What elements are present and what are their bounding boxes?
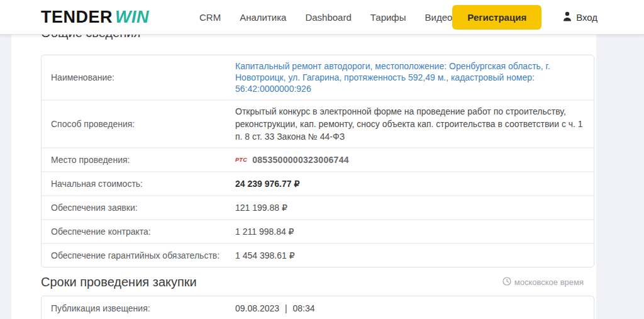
table-row-warranty-security: Обеспечение гарантийных обязательств: 1 … (42, 243, 594, 267)
person-icon (563, 11, 572, 23)
table-row-method: Способ проведения: Открытый конкурс в эл… (42, 99, 594, 147)
table-row-platform: Место проведения: РТС 085350000032300674… (42, 147, 594, 171)
nav-item-analytics[interactable]: Аналитика (240, 12, 286, 23)
nav-item-dashboard[interactable]: Dashboard (305, 12, 351, 23)
row-label: Начальная стоимость: (51, 179, 235, 189)
logo-text-tender: TENDER (41, 8, 113, 26)
tender-title-link[interactable]: Капитальный ремонт автодороги, местополо… (235, 60, 584, 94)
row-label: Публикация извещения: (51, 303, 235, 313)
topbar-right: Регистрация Вход (452, 5, 597, 30)
section-header-dates: Сроки проведения закупки московское врем… (41, 275, 584, 289)
publication-date-value: 09.08.2023 | 08:34 (235, 302, 584, 315)
tenderwin-logo[interactable]: TENDERWIN (41, 8, 149, 27)
rts-tender-logo-icon: РТС (235, 154, 247, 166)
contract-security-value: 1 211 998.84 ₽ (235, 225, 584, 238)
warranty-security-value: 1 454 398.61 ₽ (235, 249, 584, 262)
table-row-bid-security: Обеспечения заявки: 121 199.88 ₽ (42, 195, 594, 219)
timezone-note: московское время (502, 277, 584, 288)
platform-number-link[interactable]: РТС 0853500000323006744 (235, 154, 584, 166)
top-navigation-bar: TENDERWIN CRM Аналитика Dashboard Тарифы… (0, 0, 644, 35)
section-title-dates: Сроки проведения закупки (41, 275, 197, 289)
page: TENDERWIN CRM Аналитика Dashboard Тарифы… (0, 0, 644, 319)
platform-number: 0853500000323006744 (252, 154, 349, 166)
logo-text-win: WIN (115, 8, 149, 26)
table-row-publication: Публикация извещения: 09.08.2023 | 08:34 (42, 296, 594, 319)
nav-item-crm[interactable]: CRM (199, 12, 221, 23)
row-value: Открытый конкурс в электронной форме на … (235, 105, 584, 143)
main-nav: CRM Аналитика Dashboard Тарифы Видео (199, 12, 452, 23)
login-button[interactable]: Вход (563, 11, 597, 23)
row-label: Место проведения: (51, 155, 235, 165)
dates-card: Публикация извещения: 09.08.2023 | 08:34 (41, 296, 594, 319)
initial-price-value: 24 239 976.77 ₽ (235, 177, 584, 190)
row-label: Способ проведения: (51, 119, 235, 129)
clock-icon (502, 277, 511, 288)
row-label: Обеспечение контракта: (51, 227, 235, 237)
table-row-initial-price: Начальная стоимость: 24 239 976.77 ₽ (42, 171, 594, 195)
row-label: Наименование: (51, 72, 235, 82)
row-label: Обеспечения заявки: (51, 203, 235, 213)
table-row-name: Наименование: Капитальный ремонт автодор… (42, 55, 594, 99)
timezone-label: московское время (514, 277, 584, 287)
nav-item-tariffs[interactable]: Тарифы (370, 12, 406, 23)
general-info-card: Наименование: Капитальный ремонт автодор… (41, 55, 594, 267)
register-button[interactable]: Регистрация (452, 5, 541, 30)
row-label: Обеспечение гарантийных обязательств: (51, 250, 235, 260)
table-row-contract-security: Обеспечение контракта: 1 211 998.84 ₽ (42, 219, 594, 243)
nav-item-video[interactable]: Видео (425, 12, 453, 23)
login-label: Вход (576, 12, 597, 23)
bid-security-value: 121 199.88 ₽ (235, 201, 584, 214)
